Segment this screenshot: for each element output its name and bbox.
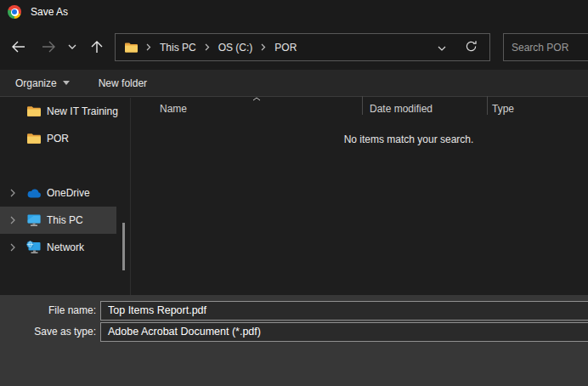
search-box[interactable] xyxy=(503,33,588,61)
column-header-type[interactable]: Type xyxy=(492,103,514,115)
forward-arrow-icon xyxy=(42,41,56,53)
title-bar: Save As xyxy=(0,0,588,24)
sidebar-item-network[interactable]: Network xyxy=(0,234,116,261)
breadcrumb-item-por[interactable]: POR xyxy=(274,40,297,55)
new-folder-label: New folder xyxy=(99,77,147,89)
breadcrumb-chevron-icon xyxy=(146,43,151,51)
column-header-date-modified[interactable]: Date modified xyxy=(370,103,433,115)
save-as-type-label: Save as type: xyxy=(0,326,100,338)
file-name-field-box xyxy=(100,301,588,321)
column-resize-handle[interactable] xyxy=(487,96,488,115)
breadcrumb-item-os-c[interactable]: OS (C:) xyxy=(218,40,254,55)
save-as-dialog: Save As This PC OS (C:) xyxy=(0,0,588,386)
address-dropdown-button[interactable] xyxy=(438,42,446,54)
navigation-toolbar: This PC OS (C:) POR xyxy=(0,24,588,70)
folder-icon xyxy=(26,132,42,145)
dropdown-arrow-icon xyxy=(63,81,70,85)
sidebar-item-label: POR xyxy=(47,133,69,145)
forward-button[interactable] xyxy=(37,36,59,58)
organize-label: Organize xyxy=(15,77,57,89)
onedrive-cloud-icon xyxy=(26,186,42,200)
sidebar-item-this-pc[interactable]: This PC xyxy=(0,207,116,234)
back-arrow-icon xyxy=(11,41,25,53)
save-form-panel: File name: Save as type: Adobe Acrobat D… xyxy=(0,295,588,386)
window-title: Save As xyxy=(31,6,68,18)
column-resize-handle[interactable] xyxy=(362,96,363,115)
network-icon xyxy=(26,241,42,254)
expand-chevron-icon[interactable] xyxy=(10,216,15,224)
sidebar-item-label: This PC xyxy=(47,214,83,226)
this-pc-monitor-icon xyxy=(26,213,42,227)
sidebar-item-new-it-training[interactable]: New IT Training xyxy=(0,98,116,125)
sidebar-scrollbar-thumb[interactable] xyxy=(122,223,125,270)
sort-ascending-icon xyxy=(252,97,261,101)
refresh-button[interactable] xyxy=(465,40,478,55)
sidebar-item-por[interactable]: POR xyxy=(0,125,116,152)
back-button[interactable] xyxy=(7,36,29,58)
file-name-input[interactable] xyxy=(101,304,588,316)
file-list: Name Date modified Type No items match y… xyxy=(132,98,588,295)
breadcrumb-chevron-icon xyxy=(261,43,266,51)
refresh-icon xyxy=(465,40,478,53)
column-header-row: Name Date modified Type xyxy=(132,98,588,120)
expand-chevron-icon[interactable] xyxy=(10,189,15,197)
breadcrumb-item-this-pc[interactable]: This PC xyxy=(159,40,197,55)
file-name-label: File name: xyxy=(0,304,100,316)
sidebar-item-onedrive[interactable]: OneDrive xyxy=(0,179,116,207)
navigation-pane: New IT Training POR OneDrive xyxy=(0,98,131,295)
sidebar-item-label: Network xyxy=(47,241,84,253)
sidebar-item-label: New IT Training xyxy=(47,105,118,117)
up-arrow-icon xyxy=(91,40,103,54)
folder-icon xyxy=(124,42,139,54)
empty-state-message: No items match your search. xyxy=(344,133,474,145)
organize-button[interactable]: Organize xyxy=(15,77,70,89)
search-input[interactable] xyxy=(504,42,580,54)
chevron-down-icon xyxy=(68,44,76,49)
sidebar-spacer xyxy=(0,152,130,179)
expand-chevron-icon[interactable] xyxy=(10,243,15,252)
sidebar-item-label: OneDrive xyxy=(47,187,90,199)
column-header-name[interactable]: Name xyxy=(160,103,187,115)
chevron-down-icon xyxy=(438,46,446,51)
chrome-icon xyxy=(8,5,21,19)
breadcrumb: This PC OS (C:) POR xyxy=(124,40,297,55)
dialog-body: New IT Training POR OneDrive xyxy=(0,98,588,295)
save-as-type-select[interactable]: Adobe Acrobat Document (*.pdf) xyxy=(100,322,588,342)
command-bar: Organize New folder xyxy=(0,70,588,97)
save-as-type-value: Adobe Acrobat Document (*.pdf) xyxy=(101,326,261,338)
up-button[interactable] xyxy=(86,36,108,58)
recent-locations-button[interactable] xyxy=(63,36,82,58)
address-bar[interactable]: This PC OS (C:) POR xyxy=(115,33,490,61)
breadcrumb-chevron-icon xyxy=(205,43,210,51)
folder-icon xyxy=(26,105,42,118)
new-folder-button[interactable]: New folder xyxy=(99,77,147,89)
